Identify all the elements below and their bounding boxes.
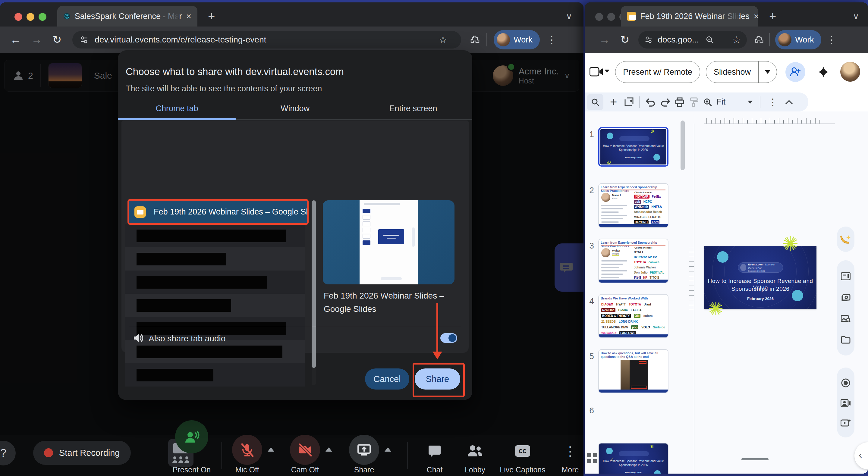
- tab-search-chevron-icon[interactable]: ∨: [561, 8, 577, 24]
- cam-off-button[interactable]: [290, 435, 320, 465]
- tab-close-icon[interactable]: ×: [186, 11, 191, 21]
- folder-panel-icon[interactable]: [841, 336, 850, 344]
- logo-chip-indycar: INDYCAR: [634, 195, 650, 198]
- browser-tab-slides[interactable]: Feb 19th 2026 Webinar Slides ×: [621, 6, 758, 27]
- audio-toggle[interactable]: [440, 333, 457, 343]
- slide-thumbnail-6[interactable]: How to Increase Sponsor Revenue and Valu…: [598, 443, 669, 474]
- horizontal-scrollbar[interactable]: [741, 458, 769, 460]
- reload-icon-right[interactable]: ↻: [620, 33, 629, 46]
- address-bar-right[interactable]: docs.goo... ☆: [638, 31, 747, 49]
- source-list-scrollbar[interactable]: [312, 200, 316, 385]
- filmstrip-scrollbar[interactable]: [681, 121, 685, 170]
- meet-caret-down-icon[interactable]: [604, 70, 610, 73]
- forward-icon[interactable]: →: [31, 33, 42, 46]
- mic-off-button[interactable]: [232, 435, 262, 465]
- zoom-in-icon[interactable]: [703, 98, 712, 107]
- site-settings-icon-right[interactable]: [644, 36, 653, 44]
- tab-window[interactable]: Window: [236, 104, 354, 113]
- meet-camera-icon[interactable]: [590, 67, 603, 77]
- site-settings-icon[interactable]: [80, 35, 89, 44]
- main-slide[interactable]: Events.com Sponsor Genius Bar Supported …: [704, 246, 816, 309]
- bookmark-star-icon[interactable]: ☆: [438, 34, 447, 45]
- new-slide-template-icon[interactable]: [624, 97, 634, 107]
- slideshow-split-button[interactable]: Slideshow: [706, 61, 777, 83]
- profile-button-right[interactable]: Work: [775, 30, 821, 50]
- collapse-filmstrip-chevron-icon[interactable]: ‹: [611, 453, 614, 465]
- paint-format-icon[interactable]: [689, 97, 698, 107]
- image-search-panel-icon[interactable]: [841, 315, 850, 323]
- photos-panel-icon[interactable]: [841, 293, 850, 302]
- minimize-window-button[interactable]: [27, 13, 34, 21]
- share-options-caret-icon[interactable]: [384, 447, 391, 452]
- start-recording-button[interactable]: Start Recording: [33, 441, 131, 465]
- slideshow-options-button[interactable]: [758, 70, 777, 74]
- zoom-select-value[interactable]: Fit: [716, 97, 725, 107]
- layout-panel-icon[interactable]: [841, 272, 850, 280]
- browser-tab-salesspark[interactable]: SalesSpark Conference - Mar ×: [57, 6, 197, 27]
- slide-thumbnail-1[interactable]: How to Increase Sponsor Revenue and Valu…: [598, 127, 669, 167]
- beautify-extension-button[interactable]: [837, 227, 855, 252]
- tab-chrome-tab[interactable]: Chrome tab: [118, 104, 236, 113]
- lobby-button[interactable]: [462, 438, 488, 464]
- person-camera-panel-icon[interactable]: [841, 399, 851, 407]
- extensions-icon-right[interactable]: [754, 35, 764, 44]
- present-with-remote-button[interactable]: Present w/ Remote: [615, 61, 700, 83]
- back-icon[interactable]: ←: [10, 33, 21, 46]
- zoom-level-icon[interactable]: [706, 36, 714, 44]
- undo-icon[interactable]: [646, 98, 655, 107]
- side-panel-toggle[interactable]: ‹: [855, 442, 868, 469]
- extensions-icon[interactable]: [470, 35, 480, 45]
- redo-icon[interactable]: [660, 98, 670, 107]
- slide-thumbnail-2[interactable]: Learn from Experienced Sponsorship Sales…: [598, 183, 669, 228]
- collapse-toolbar-chevron-icon[interactable]: [785, 100, 793, 104]
- tab-source-row-redacted[interactable]: [125, 247, 305, 271]
- zoom-caret-down-icon[interactable]: [748, 101, 752, 104]
- live-captions-button[interactable]: CC: [509, 438, 536, 464]
- browser-menu-icon[interactable]: ⋮: [547, 34, 557, 45]
- zoom-window-button[interactable]: [38, 13, 46, 21]
- slide-thumbnail-4[interactable]: Brands We Have Worked WithDIAGEOHYATTTOY…: [598, 294, 669, 338]
- browser-menu-icon-right[interactable]: ⋮: [827, 34, 836, 45]
- chat-button[interactable]: [421, 438, 448, 464]
- print-icon[interactable]: [675, 97, 684, 107]
- help-button[interactable]: ?: [0, 441, 16, 466]
- present-on-button[interactable]: [175, 420, 208, 453]
- minimize-window-button-inactive[interactable]: [607, 13, 615, 21]
- tab-close-icon-right[interactable]: ×: [754, 11, 758, 21]
- new-tab-button-right[interactable]: +: [769, 10, 776, 23]
- toolbar-overflow-icon[interactable]: ⋮: [768, 97, 777, 107]
- speaker-first-name: Walter: [612, 249, 620, 252]
- user-avatar[interactable]: [840, 62, 860, 82]
- logo-chip-volo: VOLO: [641, 325, 650, 329]
- share-screen-button[interactable]: [349, 435, 379, 465]
- new-tab-button[interactable]: +: [208, 10, 215, 23]
- more-button[interactable]: ⋮: [557, 438, 584, 464]
- tab-source-row-redacted[interactable]: [125, 340, 305, 363]
- tab-source-row-redacted[interactable]: [125, 363, 305, 386]
- cam-options-caret-icon[interactable]: [326, 447, 332, 452]
- close-window-button-inactive[interactable]: [595, 13, 603, 21]
- tab-source-row-redacted[interactable]: [125, 294, 305, 317]
- video-sparkle-panel-icon[interactable]: [841, 418, 851, 427]
- close-window-button[interactable]: [14, 13, 22, 21]
- cancel-button[interactable]: Cancel: [365, 369, 409, 389]
- tab-entire-screen[interactable]: Entire screen: [354, 104, 472, 113]
- share-access-button[interactable]: [785, 62, 805, 82]
- mic-options-caret-icon[interactable]: [268, 447, 274, 452]
- slide-thumbnail-3[interactable]: Learn from Experienced Sponsorship Sales…: [598, 239, 669, 283]
- gemini-spark-icon[interactable]: [817, 66, 830, 78]
- profile-button[interactable]: Work: [494, 30, 540, 50]
- tab-source-row-redacted[interactable]: [125, 224, 305, 247]
- slide-thumbnail-5[interactable]: How to ask questions, but will save all …: [598, 349, 669, 393]
- toolbar-search-button[interactable]: [587, 94, 603, 110]
- forward-icon-right[interactable]: →: [599, 33, 610, 46]
- address-bar[interactable]: dev.virtual.events.com/e/release-testing…: [72, 31, 461, 49]
- record-panel-icon[interactable]: [841, 378, 850, 388]
- grid-view-icon[interactable]: [587, 452, 598, 464]
- new-slide-plus-icon[interactable]: +: [610, 95, 617, 109]
- tab-source-selected[interactable]: Feb 19th 2026 Webinar Slides – Google Sl: [127, 199, 309, 225]
- tab-search-chevron-icon-right[interactable]: ∨: [848, 8, 864, 24]
- bookmark-star-icon-right[interactable]: ☆: [732, 34, 741, 45]
- tab-source-row-redacted[interactable]: [125, 271, 305, 294]
- reload-icon[interactable]: ↻: [53, 33, 61, 46]
